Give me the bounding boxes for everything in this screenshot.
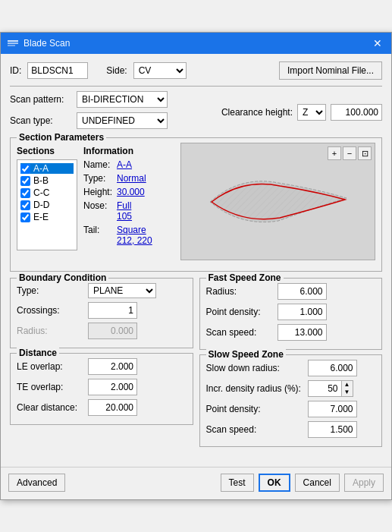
section-label-bb: B-B	[33, 175, 49, 186]
info-name-value[interactable]: A-A	[117, 159, 132, 170]
te-overlap-input[interactable]	[88, 379, 137, 395]
scan-pattern-field: Scan pattern: BI-DIRECTION UNI-DIRECTION	[10, 91, 168, 108]
section-checkbox-bb[interactable]	[20, 176, 30, 186]
section-label-aa: A-A	[33, 163, 49, 174]
advanced-button[interactable]: Advanced	[8, 474, 65, 492]
section-params-title: Section Parameters	[17, 132, 106, 143]
zoom-in-button[interactable]: +	[328, 146, 341, 160]
slow-scan-speed-label: Scan speed:	[206, 424, 305, 435]
main-content: ID: Side: CV CC Import Nominal File... S…	[1, 54, 391, 464]
clearance-row: Clearance height: Z X Y	[221, 91, 382, 134]
te-overlap-label: TE overlap:	[17, 382, 85, 392]
info-tail-line1: Square	[117, 225, 146, 235]
fast-density-input[interactable]	[278, 304, 327, 320]
info-height-value[interactable]: 30.000	[117, 187, 145, 197]
boundary-crossings-input[interactable]	[88, 302, 137, 319]
info-nose-line1: Full	[117, 200, 131, 211]
sections-list: A-A B-B C-C D-D	[17, 159, 77, 250]
section-checkbox-ee[interactable]	[20, 212, 30, 222]
info-type-row: Type: Normal	[83, 173, 174, 184]
header-row: ID: Side: CV CC Import Nominal File...	[10, 61, 382, 80]
scan-type-select[interactable]: UNDEFINED NORMAL	[77, 112, 168, 129]
info-name-label: Name:	[83, 159, 114, 170]
blade-preview: + − ⊡	[180, 143, 375, 260]
section-label-dd: D-D	[33, 200, 49, 210]
fast-density-row: Point density:	[206, 304, 376, 320]
list-item[interactable]: E-E	[20, 212, 74, 222]
spinner-up-button[interactable]: ▲	[342, 381, 353, 389]
blade-svg	[202, 160, 354, 244]
slow-scan-speed-input[interactable]	[308, 421, 357, 438]
info-nose-row: Nose: Full 105	[83, 200, 174, 222]
fast-scan-speed-input[interactable]	[278, 324, 327, 341]
section-label-ee: E-E	[33, 212, 49, 222]
boundary-type-select[interactable]: PLANE CYLINDER SPHERE	[88, 283, 156, 298]
slow-speed-group: Slow Speed Zone Slow down radius: Incr. …	[199, 354, 383, 447]
fast-speed-group: Fast Speed Zone Radius: Point density: S…	[199, 278, 383, 350]
info-tail-line2: 212, 220	[117, 235, 152, 246]
list-item[interactable]: B-B	[20, 175, 74, 186]
incr-density-label: Incr. density radius (%):	[206, 383, 305, 394]
section-checkbox-aa[interactable]	[20, 164, 30, 174]
boundary-crossings-row: Crossings:	[17, 302, 187, 319]
close-button[interactable]: ✕	[370, 36, 385, 51]
id-input[interactable]	[27, 62, 88, 79]
info-nose-value[interactable]: Full 105	[117, 200, 132, 222]
slow-radius-input[interactable]	[308, 360, 357, 376]
spinner-down-button[interactable]: ▼	[342, 389, 353, 396]
incr-density-input[interactable]	[308, 380, 342, 397]
section-label-cc: C-C	[33, 187, 49, 198]
info-height-label: Height:	[83, 187, 114, 197]
le-overlap-input[interactable]	[88, 358, 137, 375]
side-select[interactable]: CV CC	[133, 62, 187, 79]
ok-button[interactable]: OK	[259, 474, 290, 492]
fast-radius-row: Radius:	[206, 283, 376, 300]
fit-button[interactable]: ⊡	[358, 146, 372, 160]
section-checkbox-dd[interactable]	[20, 200, 30, 210]
boundary-group: Boundary Condition Type: PLANE CYLINDER …	[10, 278, 193, 348]
info-tail-value[interactable]: Square 212, 220	[117, 225, 152, 246]
info-panel: Information Name: A-A Type: Normal Heigh…	[83, 143, 174, 260]
info-type-label: Type:	[83, 173, 114, 184]
slow-radius-row: Slow down radius:	[206, 360, 376, 376]
fast-density-label: Point density:	[206, 307, 274, 317]
distance-title: Distance	[17, 348, 59, 358]
le-overlap-label: LE overlap:	[17, 361, 85, 372]
apply-button[interactable]: Apply	[344, 474, 384, 492]
test-button[interactable]: Test	[221, 474, 254, 492]
fast-radius-input[interactable]	[278, 283, 327, 300]
boundary-radius-label: Radius:	[17, 326, 85, 336]
spinner-buttons: ▲ ▼	[342, 380, 353, 397]
id-label: ID:	[10, 65, 21, 76]
footer-left: Advanced	[8, 474, 65, 492]
list-item[interactable]: A-A	[20, 163, 74, 174]
slow-density-input[interactable]	[308, 401, 357, 417]
lower-section: Boundary Condition Type: PLANE CYLINDER …	[10, 278, 382, 453]
section-checkbox-cc[interactable]	[20, 188, 30, 198]
cancel-button[interactable]: Cancel	[295, 474, 340, 492]
scan-pattern-row: Scan pattern: BI-DIRECTION UNI-DIRECTION…	[10, 91, 168, 134]
sections-list-title: Sections	[17, 146, 77, 156]
clearance-value-input[interactable]	[331, 104, 382, 121]
list-item[interactable]: D-D	[20, 200, 74, 210]
boundary-radius-input	[88, 323, 137, 339]
info-tail-row: Tail: Square 212, 220	[83, 225, 174, 246]
window-title: Blade Scan	[24, 38, 70, 49]
info-type-value[interactable]: Normal	[117, 173, 146, 184]
clear-distance-input[interactable]	[88, 399, 137, 416]
clearance-axis-select[interactable]: Z X Y	[297, 104, 326, 121]
boundary-title: Boundary Condition	[17, 272, 108, 283]
info-nose-label: Nose:	[83, 200, 114, 211]
scan-pattern-select[interactable]: BI-DIRECTION UNI-DIRECTION	[77, 91, 168, 108]
title-bar-left: Blade Scan	[7, 37, 70, 49]
scan-type-field: Scan type: UNDEFINED NORMAL	[10, 112, 168, 129]
fast-scan-speed-row: Scan speed:	[206, 324, 376, 341]
section-params-group: Section Parameters Sections A-A B-B	[10, 137, 382, 272]
boundary-crossings-label: Crossings:	[17, 305, 85, 316]
list-item[interactable]: C-C	[20, 187, 74, 198]
import-nominal-button[interactable]: Import Nominal File...	[279, 61, 382, 80]
zoom-out-button[interactable]: −	[343, 146, 356, 160]
left-panel: Boundary Condition Type: PLANE CYLINDER …	[10, 278, 193, 453]
preview-toolbar: + − ⊡	[328, 146, 372, 160]
boundary-type-label: Type:	[17, 285, 85, 296]
